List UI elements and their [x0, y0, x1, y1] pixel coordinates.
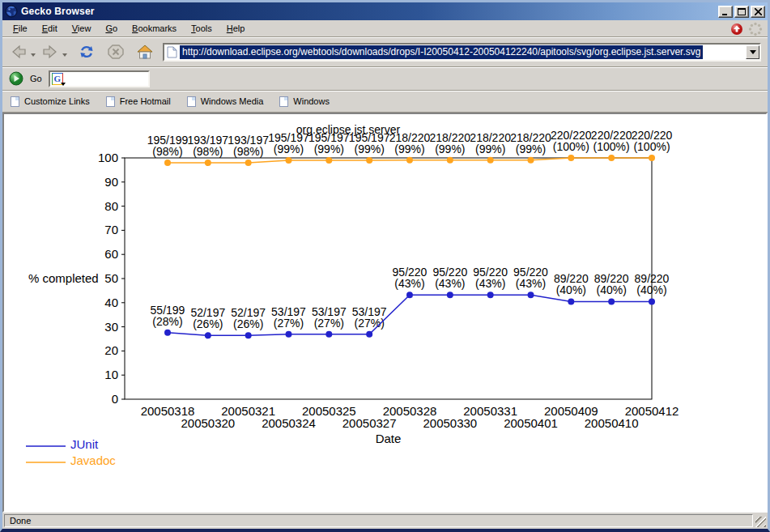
point-label-percent: (43%)	[475, 277, 505, 290]
y-axis-title: % completed	[28, 271, 99, 285]
data-point-javadoc	[649, 155, 655, 161]
home-button[interactable]	[134, 41, 156, 62]
bookmark-free-hotmail[interactable]: Free Hotmail	[106, 96, 171, 107]
point-label-percent: (40%)	[596, 283, 626, 296]
menu-item-edit[interactable]: Edit	[35, 21, 65, 36]
data-point-javadoc	[164, 160, 171, 166]
chevron-down-icon	[750, 50, 756, 54]
data-point-junit	[245, 332, 252, 338]
home-icon	[136, 44, 154, 60]
data-point-javadoc	[406, 157, 413, 164]
menu-item-tools[interactable]: Tools	[184, 21, 219, 36]
search-box[interactable]: G	[49, 70, 150, 87]
point-label-percent: (100%)	[553, 140, 589, 153]
forward-arrow-icon	[41, 44, 59, 60]
bookmark-page-icon	[106, 96, 115, 107]
data-point-javadoc	[447, 157, 453, 164]
search-engine-dropdown-icon[interactable]	[61, 83, 66, 86]
bookmark-page-icon	[11, 96, 19, 107]
close-button[interactable]	[751, 6, 765, 18]
url-input[interactable]: http://download.eclipse.org/webtools/dow…	[180, 45, 703, 59]
y-tick-label: 70	[104, 223, 118, 236]
menu-bar-icons	[730, 22, 763, 36]
menu-item-file[interactable]: File	[6, 21, 35, 36]
bookmark-windows-media[interactable]: Windows Media	[187, 96, 264, 107]
data-point-javadoc	[528, 157, 534, 164]
go-toolbar: Go G	[2, 67, 768, 91]
data-point-junit	[649, 298, 655, 304]
stop-button[interactable]	[104, 41, 127, 62]
data-point-junit	[164, 330, 171, 336]
legend-label-javadoc: Javadoc	[70, 453, 116, 467]
go-button[interactable]	[9, 71, 23, 86]
bookmark-page-icon	[279, 96, 288, 107]
y-tick-label: 50	[104, 271, 118, 285]
point-label-percent: (98%)	[152, 145, 182, 158]
point-label-percent: (28%)	[152, 315, 182, 328]
close-icon	[755, 8, 762, 15]
menu-item-bookmarks[interactable]: Bookmarks	[125, 21, 184, 36]
minimize-icon	[721, 8, 730, 15]
legend-label-junit: JUnit	[70, 437, 99, 451]
y-tick-label: 60	[104, 247, 118, 261]
data-point-javadoc	[205, 160, 211, 166]
point-label-percent: (98%)	[193, 145, 223, 158]
point-label-percent: (27%)	[314, 317, 344, 330]
maximize-button[interactable]	[734, 6, 749, 18]
throbber-icon	[748, 22, 763, 36]
url-bar[interactable]: http://download.eclipse.org/webtools/dow…	[163, 43, 761, 62]
data-point-junit	[286, 331, 292, 338]
bookmark-label: Customize Links	[24, 96, 90, 106]
back-dropdown[interactable]	[31, 53, 36, 57]
data-point-javadoc	[286, 157, 292, 164]
data-point-junit	[447, 292, 453, 298]
point-label-percent: (100%)	[633, 140, 670, 153]
reload-button[interactable]	[75, 41, 98, 62]
point-label-percent: (43%)	[394, 277, 424, 290]
title-bar: Gecko Browser	[2, 2, 768, 20]
y-tick-label: 10	[104, 368, 118, 381]
minimize-button[interactable]	[718, 6, 733, 18]
reload-icon	[78, 44, 96, 60]
data-point-junit	[487, 292, 494, 298]
update-notification-icon[interactable]	[730, 23, 743, 36]
resize-grip[interactable]	[755, 517, 766, 527]
navigation-toolbar: http://download.eclipse.org/webtools/dow…	[2, 37, 768, 67]
x-tick-label: 20050320	[181, 416, 235, 430]
back-arrow-icon	[10, 44, 28, 60]
bookmark-customize-links[interactable]: Customize Links	[11, 96, 90, 107]
data-point-junit	[406, 292, 413, 298]
forward-dropdown[interactable]	[62, 53, 67, 57]
bookmark-windows[interactable]: Windows	[279, 96, 330, 107]
x-axis-title: Date	[376, 432, 402, 445]
data-point-junit	[608, 298, 615, 304]
url-dropdown-button[interactable]	[746, 45, 759, 59]
forward-button[interactable]	[39, 41, 62, 62]
point-label-percent: (26%)	[233, 317, 263, 330]
x-tick-label: 20050330	[423, 416, 477, 430]
bookmark-label: Free Hotmail	[120, 96, 171, 106]
menu-item-view[interactable]: View	[65, 21, 99, 36]
search-input[interactable]	[63, 73, 148, 85]
data-point-junit	[528, 292, 534, 298]
point-label-percent: (99%)	[314, 143, 344, 155]
point-label-percent: (43%)	[435, 277, 465, 290]
y-tick-label: 20	[104, 343, 118, 357]
menu-item-help[interactable]: Help	[219, 21, 253, 36]
go-label: Go	[30, 74, 42, 83]
point-label-percent: (27%)	[274, 317, 304, 330]
app-globe-icon	[5, 5, 18, 18]
data-point-junit	[205, 332, 211, 338]
menu-items: FileEditViewGoBookmarksToolsHelp	[6, 21, 252, 36]
stop-icon	[107, 44, 125, 60]
bookmarks-toolbar: Customize LinksFree HotmailWindows Media…	[2, 91, 768, 113]
point-label-percent: (43%)	[516, 277, 546, 290]
google-logo-icon[interactable]: G	[52, 73, 63, 85]
x-tick-label: 20050401	[504, 416, 558, 430]
back-button[interactable]	[7, 41, 30, 62]
menu-item-go[interactable]: Go	[98, 21, 125, 36]
point-label-percent: (99%)	[354, 143, 384, 155]
data-point-javadoc	[245, 160, 252, 166]
x-tick-label: 20050410	[585, 416, 639, 430]
x-tick-label: 20050327	[342, 416, 397, 430]
